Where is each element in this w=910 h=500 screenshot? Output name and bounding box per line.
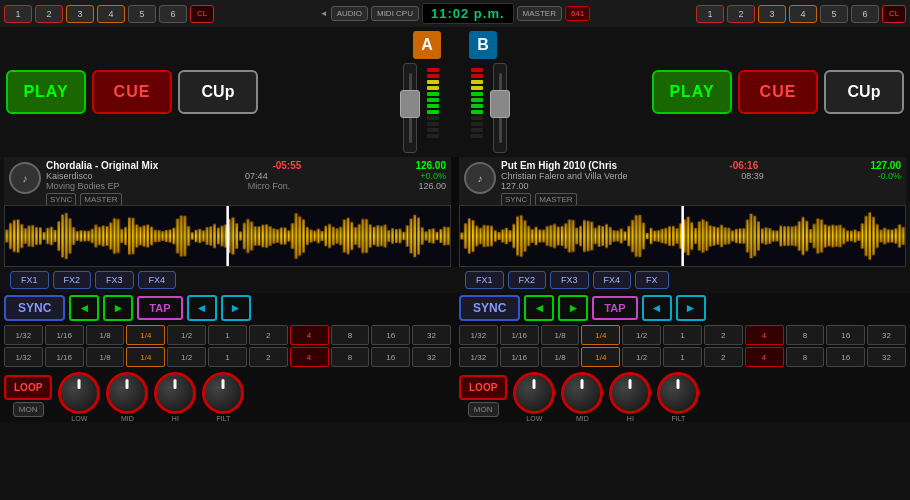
deck-a-prev-button[interactable]: ◄ bbox=[69, 295, 99, 321]
deck-b-cue-next-button[interactable]: ► bbox=[676, 295, 706, 321]
deck-a-fx2-button[interactable]: FX2 bbox=[53, 271, 92, 289]
deck-a-beat-1-32[interactable]: 1/32 bbox=[4, 325, 43, 345]
deck-a-beat-1-16[interactable]: 1/16 bbox=[45, 325, 84, 345]
deck-b-beat2-2[interactable]: 2 bbox=[704, 347, 743, 367]
deck-b-num-6[interactable]: 6 bbox=[851, 5, 879, 23]
deck-b-low-knob[interactable] bbox=[513, 372, 555, 414]
deck-a-beat-16[interactable]: 16 bbox=[371, 325, 410, 345]
deck-a-beat-2[interactable]: 2 bbox=[249, 325, 288, 345]
deck-b-hi-knob[interactable] bbox=[609, 372, 651, 414]
deck-b-fx3-button[interactable]: FX3 bbox=[550, 271, 589, 289]
deck-a-cup-button[interactable]: CUp bbox=[178, 70, 258, 114]
deck-b-fx4-button[interactable]: FX4 bbox=[593, 271, 632, 289]
deck-a-mon-button[interactable]: MON bbox=[13, 402, 44, 417]
deck-b-num-2[interactable]: 2 bbox=[727, 5, 755, 23]
deck-a-beat-32[interactable]: 32 bbox=[412, 325, 451, 345]
deck-a-num-2[interactable]: 2 bbox=[35, 5, 63, 23]
deck-a-mid-knob[interactable] bbox=[106, 372, 148, 414]
deck-a-beat2-1-8[interactable]: 1/8 bbox=[86, 347, 125, 367]
deck-b-prev-button[interactable]: ◄ bbox=[524, 295, 554, 321]
deck-b-beat2-1-4[interactable]: 1/4 bbox=[581, 347, 620, 367]
deck-b-beat2-1-8[interactable]: 1/8 bbox=[541, 347, 580, 367]
deck-b-beat-1-16[interactable]: 1/16 bbox=[500, 325, 539, 345]
deck-a-play-button[interactable]: PLAY bbox=[6, 70, 86, 114]
deck-b-num-3[interactable]: 3 bbox=[758, 5, 786, 23]
deck-a-cue-prev-button[interactable]: ◄ bbox=[187, 295, 217, 321]
fader-a-thumb[interactable] bbox=[400, 90, 420, 118]
deck-a-beat2-16[interactable]: 16 bbox=[371, 347, 410, 367]
deck-b-beat-32[interactable]: 32 bbox=[867, 325, 906, 345]
deck-b-mon-button[interactable]: MON bbox=[468, 402, 499, 417]
deck-b-loop-button[interactable]: LOOP bbox=[459, 375, 507, 400]
deck-a-num-3[interactable]: 3 bbox=[66, 5, 94, 23]
deck-b-beat-1-8[interactable]: 1/8 bbox=[541, 325, 580, 345]
deck-a-filt-knob[interactable] bbox=[202, 372, 244, 414]
deck-a-beat-1[interactable]: 1 bbox=[208, 325, 247, 345]
deck-b-num-1[interactable]: 1 bbox=[696, 5, 724, 23]
deck-a-beat2-32[interactable]: 32 bbox=[412, 347, 451, 367]
deck-b-next-button[interactable]: ► bbox=[558, 295, 588, 321]
deck-b-tap-button[interactable]: TAP bbox=[592, 296, 637, 320]
deck-a-num-5[interactable]: 5 bbox=[128, 5, 156, 23]
deck-b-beat2-4[interactable]: 4 bbox=[745, 347, 784, 367]
deck-a-num-4[interactable]: 4 bbox=[97, 5, 125, 23]
deck-b-fx1-button[interactable]: FX1 bbox=[465, 271, 504, 289]
deck-a-num-1[interactable]: 1 bbox=[4, 5, 32, 23]
deck-b-beat2-1-2[interactable]: 1/2 bbox=[622, 347, 661, 367]
deck-b-beat-1[interactable]: 1 bbox=[663, 325, 702, 345]
deck-a-beat2-4[interactable]: 4 bbox=[290, 347, 329, 367]
deck-b-fx5-button[interactable]: FX bbox=[635, 271, 669, 289]
deck-a-beat2-2[interactable]: 2 bbox=[249, 347, 288, 367]
deck-b-beat-1-2[interactable]: 1/2 bbox=[622, 325, 661, 345]
audio-button[interactable]: AUDIO bbox=[331, 6, 368, 21]
deck-b-beat2-1-32[interactable]: 1/32 bbox=[459, 347, 498, 367]
deck-a-fx3-button[interactable]: FX3 bbox=[95, 271, 134, 289]
deck-b-beat2-16[interactable]: 16 bbox=[826, 347, 865, 367]
deck-a-cl-button[interactable]: CL bbox=[190, 5, 214, 23]
deck-b-num-4[interactable]: 4 bbox=[789, 5, 817, 23]
deck-b-filt-knob[interactable] bbox=[657, 372, 699, 414]
deck-a-beat2-1-2[interactable]: 1/2 bbox=[167, 347, 206, 367]
deck-a-cue-next-button[interactable]: ► bbox=[221, 295, 251, 321]
deck-b-beat-4[interactable]: 4 bbox=[745, 325, 784, 345]
deck-b-beat-2[interactable]: 2 bbox=[704, 325, 743, 345]
deck-b-mid-knob[interactable] bbox=[561, 372, 603, 414]
deck-b-beat2-1-16[interactable]: 1/16 bbox=[500, 347, 539, 367]
deck-a-beat-1-8[interactable]: 1/8 bbox=[86, 325, 125, 345]
deck-a-loop-button[interactable]: LOOP bbox=[4, 375, 52, 400]
deck-b-beat-8[interactable]: 8 bbox=[786, 325, 825, 345]
deck-b-cue-button[interactable]: CUE bbox=[738, 70, 818, 114]
fader-b[interactable] bbox=[493, 63, 507, 153]
fader-b-thumb[interactable] bbox=[490, 90, 510, 118]
deck-a-beat-1-4[interactable]: 1/4 bbox=[126, 325, 165, 345]
deck-b-num-5[interactable]: 5 bbox=[820, 5, 848, 23]
fader-a[interactable] bbox=[403, 63, 417, 153]
deck-a-sync-button[interactable]: SYNC bbox=[4, 295, 65, 321]
deck-a-next-button[interactable]: ► bbox=[103, 295, 133, 321]
deck-a-hi-knob[interactable] bbox=[154, 372, 196, 414]
deck-a-beat2-8[interactable]: 8 bbox=[331, 347, 370, 367]
deck-a-tap-button[interactable]: TAP bbox=[137, 296, 182, 320]
deck-b-cl-button[interactable]: CL bbox=[882, 5, 906, 23]
deck-b-beat-1-32[interactable]: 1/32 bbox=[459, 325, 498, 345]
deck-a-beat2-1-32[interactable]: 1/32 bbox=[4, 347, 43, 367]
deck-a-low-knob[interactable] bbox=[58, 372, 100, 414]
deck-a-beat2-1-16[interactable]: 1/16 bbox=[45, 347, 84, 367]
master-button[interactable]: MASTER bbox=[517, 6, 562, 21]
deck-a-num-6[interactable]: 6 bbox=[159, 5, 187, 23]
deck-a-beat2-1[interactable]: 1 bbox=[208, 347, 247, 367]
deck-b-cup-button[interactable]: CUp bbox=[824, 70, 904, 114]
deck-b-sync-button[interactable]: SYNC bbox=[459, 295, 520, 321]
deck-a-fx1-button[interactable]: FX1 bbox=[10, 271, 49, 289]
deck-b-beat2-8[interactable]: 8 bbox=[786, 347, 825, 367]
deck-a-beat-4[interactable]: 4 bbox=[290, 325, 329, 345]
deck-b-cue-prev-button[interactable]: ◄ bbox=[642, 295, 672, 321]
deck-a-cue-button[interactable]: CUE bbox=[92, 70, 172, 114]
deck-a-beat-8[interactable]: 8 bbox=[331, 325, 370, 345]
deck-b-beat-1-4[interactable]: 1/4 bbox=[581, 325, 620, 345]
deck-b-play-button[interactable]: PLAY bbox=[652, 70, 732, 114]
deck-b-fx2-button[interactable]: FX2 bbox=[508, 271, 547, 289]
deck-a-beat2-1-4[interactable]: 1/4 bbox=[126, 347, 165, 367]
deck-b-beat2-32[interactable]: 32 bbox=[867, 347, 906, 367]
deck-b-beat2-1[interactable]: 1 bbox=[663, 347, 702, 367]
